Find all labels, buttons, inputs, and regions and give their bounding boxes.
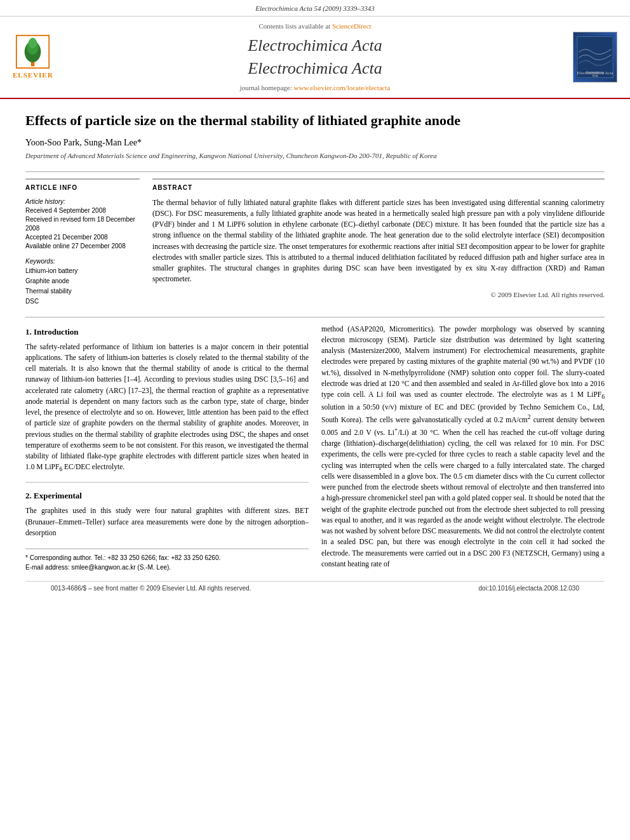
experimental-heading: 2. Experimental [25,490,309,502]
journal-title-banner: Electrochimica Acta [89,34,541,57]
article-authors: Yoon-Soo Park, Sung-Man Lee* [25,137,605,149]
page-footer: 0013-4686/$ – see front matter © 2009 El… [25,581,605,596]
introduction-heading: 1. Introduction [25,326,309,338]
article-info-box: ARTICLE INFO Article history: Received 4… [25,178,140,307]
footnote-section: * Corresponding author. Tel.: +82 33 250… [25,549,309,572]
abstract-section: ABSTRACT The thermal behavior of fully l… [152,178,605,307]
science-direct-link[interactable]: ScienceDirect [332,22,372,30]
article-body: 1. Introduction The safety-related perfo… [25,324,605,575]
banner-right: Electrochimica Acta [541,32,617,83]
article-title: Effects of particle size on the thermal … [25,112,605,130]
svg-text:Electrochimica: Electrochimica [586,71,605,74]
corresponding-author-footnote: * Corresponding author. Tel.: +82 33 250… [25,553,309,563]
accepted-date: Accepted 21 December 2008 [25,233,140,242]
section-divider [25,482,309,483]
article-info-heading: ARTICLE INFO [25,183,140,192]
banner-left: ELSEVIER [13,34,89,80]
keywords-section: Keywords: Lithium-ion battery Graphite a… [25,257,140,307]
received-date: Received 4 September 2008 [25,206,140,215]
svg-rect-5 [576,36,614,79]
keyword-4: DSC [25,297,140,307]
keywords-list: Lithium-ion battery Graphite anode Therm… [25,266,140,307]
revised-date: Received in revised form 18 December 200… [25,215,140,233]
journal-top-bar: Electrochimica Acta 54 (2009) 3339–3343 [0,0,630,17]
elsevier-logo: ELSEVIER [13,34,53,80]
available-online-date: Available online 27 December 2008 [25,242,140,251]
footer-doi: doi:10.1016/j.electacta.2008.12.030 [479,584,579,593]
svg-text:Acta: Acta [593,74,598,77]
journal-name-banner: Electrochimica Acta [89,57,541,80]
journal-banner: ELSEVIER Contents lists available at Sci… [0,17,630,99]
page-wrapper: Electrochimica Acta 54 (2009) 3339–3343 … [0,0,630,608]
journal-citation: Electrochimica Acta 54 (2009) 3339–3343 [255,4,375,12]
body-left-column: 1. Introduction The safety-related perfo… [25,324,309,575]
authors-text: Yoon-Soo Park, Sung-Man Lee* [25,138,142,147]
copyright-line: © 2009 Elsevier Ltd. All rights reserved… [152,290,605,300]
article-content: Effects of particle size on the thermal … [0,99,630,608]
homepage-url[interactable]: www.elsevier.com/locate/electacta [293,84,390,91]
keyword-2: Graphite anode [25,276,140,286]
body-right-column: method (ASAP2020, Micromeritics). The po… [321,324,605,575]
article-affiliation: Department of Advanced Materials Science… [25,151,605,161]
footer-issn: 0013-4686/$ – see front matter © 2009 El… [51,584,251,593]
elsevier-tree-icon [15,34,50,69]
introduction-paragraph-1: The safety-related performance of lithiu… [25,342,309,474]
abstract-heading: ABSTRACT [152,183,605,192]
right-column-paragraph-1: method (ASAP2020, Micromeritics). The po… [321,324,605,570]
svg-point-3 [29,37,37,48]
keyword-3: Thermal stability [25,286,140,297]
banner-center: Contents lists available at ScienceDirec… [89,22,541,93]
article-info-abstract: ARTICLE INFO Article history: Received 4… [25,178,605,307]
journal-cover-image: Electrochimica Acta [573,32,617,83]
email-footnote: E-mail address: smlee@kangwon.ac.kr (S.-… [25,563,309,572]
cover-svg: Electrochimica Acta [576,32,614,82]
article-history: Article history: Received 4 September 20… [25,197,140,251]
homepage-label: journal homepage: [240,84,292,91]
experimental-paragraph-1: The graphites used in this study were fo… [25,505,309,538]
science-direct-line: Contents lists available at ScienceDirec… [89,22,541,31]
journal-homepage: journal homepage: www.elsevier.com/locat… [89,83,541,93]
body-divider [25,317,605,317]
history-label: Article history: [25,197,140,206]
header-divider [25,171,605,172]
abstract-text: The thermal behavior of fully lithiated … [152,197,605,285]
keywords-label: Keywords: [25,257,140,266]
elsevier-text-label: ELSEVIER [13,70,53,80]
keyword-1: Lithium-ion battery [25,266,140,276]
contents-available-text: Contents lists available at [258,22,330,30]
